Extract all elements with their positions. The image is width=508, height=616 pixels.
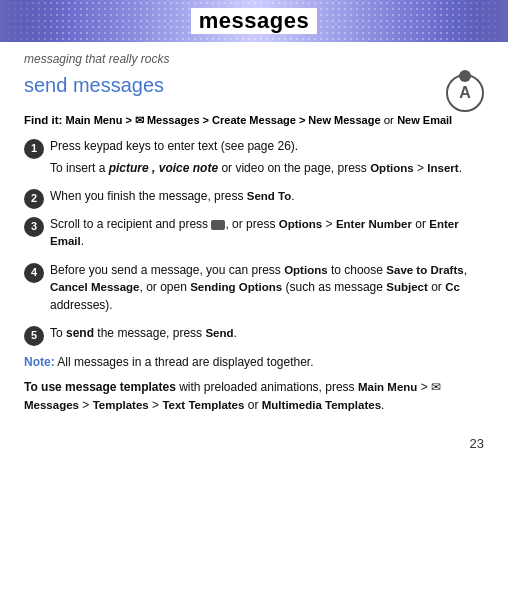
step-2-content: When you finish the message, press Send …: [50, 188, 484, 209]
tagline: messaging that really rocks: [24, 52, 484, 66]
header-right-decoration: [448, 0, 508, 42]
step-1-sub: To insert a picture , voice note or vide…: [50, 160, 484, 177]
step-2-text: When you finish the message, press Send …: [50, 188, 484, 205]
note-text: All messages in a thread are displayed t…: [57, 355, 313, 369]
page-title: messages: [191, 8, 317, 34]
templates-section: To use message templates with preloaded …: [24, 379, 484, 414]
section-title: send messages: [24, 74, 164, 97]
step-4-content: Before you send a message, you can press…: [50, 262, 484, 318]
step-2: 2 When you finish the message, press Sen…: [24, 188, 484, 209]
note-label: Note:: [24, 355, 55, 369]
header-left-decoration: [0, 0, 60, 42]
add-person-icon: A: [446, 74, 484, 112]
step-1-text: Press keypad keys to enter text (see pag…: [50, 138, 484, 155]
step-5: 5 To send the message, press Send.: [24, 325, 484, 346]
person-letter: A: [459, 84, 471, 102]
step-3-text: Scroll to a recipient and press , or pre…: [50, 216, 484, 251]
step-number-3: 3: [24, 217, 44, 237]
step-1-content: Press keypad keys to enter text (see pag…: [50, 138, 484, 180]
step-4: 4 Before you send a message, you can pre…: [24, 262, 484, 318]
step-5-text: To send the message, press Send.: [50, 325, 484, 342]
find-it-label: Find it:: [24, 114, 66, 126]
section-header-row: send messages A: [24, 74, 484, 112]
find-it-path: Main Menu > ✉ Messages > Create Message …: [66, 114, 381, 126]
find-it-alt: New Email: [397, 114, 452, 126]
step-number-2: 2: [24, 189, 44, 209]
step-3-content: Scroll to a recipient and press , or pre…: [50, 216, 484, 255]
steps-list: 1 Press keypad keys to enter text (see p…: [24, 138, 484, 346]
step-number-4: 4: [24, 263, 44, 283]
step-3: 3 Scroll to a recipient and press , or p…: [24, 216, 484, 255]
page-number: 23: [0, 436, 508, 451]
note-section: Note: All messages in a thread are displ…: [24, 354, 484, 371]
find-it-section: Find it: Main Menu > ✉ Messages > Create…: [24, 112, 484, 128]
step-4-text: Before you send a message, you can press…: [50, 262, 484, 314]
step-1: 1 Press keypad keys to enter text (see p…: [24, 138, 484, 180]
page-content: messaging that really rocks send message…: [0, 42, 508, 432]
top-header-bar: messages: [0, 0, 508, 42]
step-number-5: 5: [24, 326, 44, 346]
step-number-1: 1: [24, 139, 44, 159]
templates-bold-label: To use message templates: [24, 380, 176, 394]
step-5-content: To send the message, press Send.: [50, 325, 484, 346]
